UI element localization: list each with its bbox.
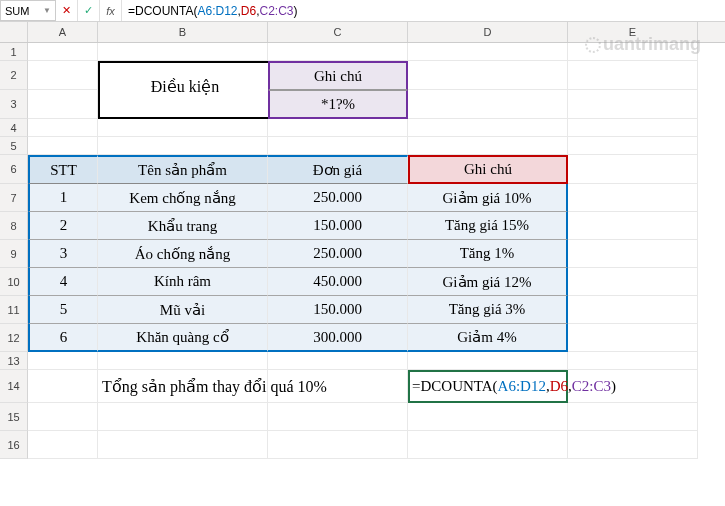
- cell[interactable]: [28, 43, 98, 61]
- cell[interactable]: [98, 403, 268, 431]
- table-cell[interactable]: Giảm giá 10%: [408, 184, 568, 212]
- col-header-E[interactable]: E: [568, 22, 698, 42]
- row-header-3[interactable]: 3: [0, 90, 28, 119]
- cell[interactable]: [568, 212, 698, 240]
- row-header-12[interactable]: 12: [0, 324, 28, 352]
- cell[interactable]: [268, 403, 408, 431]
- table-cell[interactable]: Tăng 1%: [408, 240, 568, 268]
- row-header-4[interactable]: 4: [0, 119, 28, 137]
- table-cell[interactable]: Kính râm: [98, 268, 268, 296]
- table-cell[interactable]: 150.000: [268, 212, 408, 240]
- table-cell[interactable]: 150.000: [268, 296, 408, 324]
- row-header-8[interactable]: 8: [0, 212, 28, 240]
- cancel-button[interactable]: ✕: [56, 0, 78, 21]
- spreadsheet-grid[interactable]: A B C D E 1 2 Điều kiện Ghi chú 3: [0, 22, 725, 459]
- cell[interactable]: [568, 403, 698, 431]
- cell[interactable]: [98, 43, 268, 61]
- table-cell[interactable]: 300.000: [268, 324, 408, 352]
- cell[interactable]: [408, 119, 568, 137]
- cell[interactable]: [28, 61, 98, 90]
- table-cell[interactable]: Tăng giá 3%: [408, 296, 568, 324]
- table-cell[interactable]: 1: [28, 184, 98, 212]
- cell[interactable]: [568, 268, 698, 296]
- cell-condition-value[interactable]: *1?%: [268, 90, 408, 119]
- cell[interactable]: [408, 403, 568, 431]
- col-header-A[interactable]: A: [28, 22, 98, 42]
- th-stt[interactable]: STT: [28, 155, 98, 184]
- table-cell[interactable]: 4: [28, 268, 98, 296]
- row-header-13[interactable]: 13: [0, 352, 28, 370]
- cell[interactable]: [568, 296, 698, 324]
- cell[interactable]: [408, 43, 568, 61]
- table-cell[interactable]: Mũ vải: [98, 296, 268, 324]
- cell[interactable]: [568, 184, 698, 212]
- cell[interactable]: [568, 324, 698, 352]
- table-cell[interactable]: Khẩu trang: [98, 212, 268, 240]
- cell[interactable]: [408, 137, 568, 155]
- table-cell[interactable]: Kem chống nắng: [98, 184, 268, 212]
- col-header-B[interactable]: B: [98, 22, 268, 42]
- table-cell[interactable]: 5: [28, 296, 98, 324]
- table-cell[interactable]: 3: [28, 240, 98, 268]
- cell[interactable]: [568, 352, 698, 370]
- cell[interactable]: [98, 431, 268, 459]
- confirm-button[interactable]: ✓: [78, 0, 100, 21]
- cell-condition-header[interactable]: Ghi chú: [268, 61, 408, 90]
- cell[interactable]: [268, 137, 408, 155]
- cell[interactable]: [98, 90, 268, 119]
- active-cell-D14[interactable]: =DCOUNTA(A6:D12,D6,C2:C3): [408, 370, 568, 403]
- cell[interactable]: Tổng sản phẩm thay đổi quá 10%: [98, 370, 268, 403]
- row-header-6[interactable]: 6: [0, 155, 28, 184]
- name-box-dropdown-icon[interactable]: ▼: [43, 6, 51, 15]
- cell[interactable]: [98, 137, 268, 155]
- cell[interactable]: [28, 431, 98, 459]
- cell[interactable]: [268, 43, 408, 61]
- cell[interactable]: [268, 370, 408, 403]
- cell[interactable]: [568, 61, 698, 90]
- formula-input[interactable]: =DCOUNTA(A6:D12,D6,C2:C3): [122, 0, 725, 21]
- table-cell[interactable]: Giảm 4%: [408, 324, 568, 352]
- table-cell[interactable]: 6: [28, 324, 98, 352]
- cell[interactable]: [28, 90, 98, 119]
- cell[interactable]: [568, 370, 698, 403]
- table-cell[interactable]: Áo chống nắng: [98, 240, 268, 268]
- table-cell[interactable]: 2: [28, 212, 98, 240]
- cell[interactable]: [28, 137, 98, 155]
- cell[interactable]: [268, 431, 408, 459]
- row-header-7[interactable]: 7: [0, 184, 28, 212]
- row-header-9[interactable]: 9: [0, 240, 28, 268]
- th-ghi[interactable]: Ghi chú: [408, 155, 568, 184]
- name-box[interactable]: SUM ▼: [0, 0, 56, 21]
- table-cell[interactable]: 250.000: [268, 184, 408, 212]
- col-header-C[interactable]: C: [268, 22, 408, 42]
- table-cell[interactable]: Tăng giá 15%: [408, 212, 568, 240]
- cell[interactable]: Điều kiện: [98, 61, 268, 90]
- cell[interactable]: [568, 155, 698, 184]
- th-don[interactable]: Đơn giá: [268, 155, 408, 184]
- row-header-14[interactable]: 14: [0, 370, 28, 403]
- cell[interactable]: [28, 352, 98, 370]
- cell[interactable]: [408, 431, 568, 459]
- cell[interactable]: [98, 119, 268, 137]
- row-header-16[interactable]: 16: [0, 431, 28, 459]
- th-ten[interactable]: Tên sản phẩm: [98, 155, 268, 184]
- cell[interactable]: [408, 90, 568, 119]
- table-cell[interactable]: 250.000: [268, 240, 408, 268]
- table-cell[interactable]: 450.000: [268, 268, 408, 296]
- cell[interactable]: [568, 431, 698, 459]
- cell[interactable]: [568, 119, 698, 137]
- cell[interactable]: [568, 43, 698, 61]
- select-all-corner[interactable]: [0, 22, 28, 42]
- row-header-1[interactable]: 1: [0, 43, 28, 61]
- cell[interactable]: [568, 137, 698, 155]
- cell[interactable]: [268, 119, 408, 137]
- row-header-11[interactable]: 11: [0, 296, 28, 324]
- row-header-5[interactable]: 5: [0, 137, 28, 155]
- row-header-10[interactable]: 10: [0, 268, 28, 296]
- cell[interactable]: [408, 352, 568, 370]
- row-header-15[interactable]: 15: [0, 403, 28, 431]
- cell[interactable]: [568, 240, 698, 268]
- cell[interactable]: [98, 352, 268, 370]
- col-header-D[interactable]: D: [408, 22, 568, 42]
- cell[interactable]: [28, 119, 98, 137]
